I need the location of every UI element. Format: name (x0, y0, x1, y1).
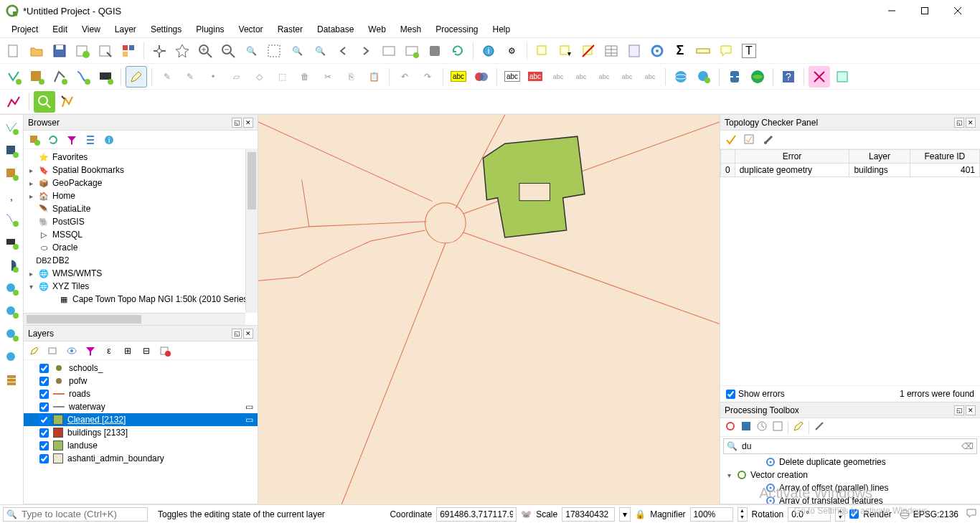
messages-button[interactable] (966, 507, 977, 521)
processing-tree[interactable]: Delete duplicate geometries▾Vector creat… (720, 456, 980, 504)
locator[interactable]: 🔍 (3, 507, 148, 522)
data-source-manager-button[interactable] (1, 370, 22, 390)
layers-style-button[interactable] (27, 343, 42, 359)
processing-undock-button[interactable]: ◱ (954, 405, 964, 415)
statistics-button[interactable]: Σ (669, 40, 691, 62)
browser-node[interactable]: ▷MSSQL (24, 228, 258, 241)
browser-node[interactable]: ▦Cape Town Topo Map NGI 1:50k (2010 Seri… (24, 293, 258, 306)
clear-search-icon[interactable]: ⌫ (961, 441, 974, 451)
magnifier-spinner[interactable]: ▲▼ (738, 507, 748, 522)
layers-expression-button[interactable]: ε (101, 343, 117, 359)
layer-visibility-checkbox[interactable] (39, 402, 49, 412)
processing-model-icon[interactable] (725, 420, 736, 434)
browser-node[interactable]: ⭐Favorites (24, 151, 258, 164)
topology-configure-button[interactable] (760, 132, 776, 148)
browser-node[interactable]: ▸🌐WMS/WMTS (24, 267, 258, 280)
zoom-layer-button[interactable]: 🔍 (309, 40, 331, 62)
select-value-button[interactable]: ▾ (555, 40, 576, 62)
layer-row[interactable]: ashanti_admin_boundary (24, 452, 258, 465)
browser-node[interactable]: ▾🌐XYZ Tiles (24, 280, 258, 293)
zoom-in-button[interactable] (194, 40, 216, 62)
layers-close-button[interactable]: ✕ (243, 329, 253, 339)
browser-panel-header[interactable]: Browser ◱ ✕ (24, 115, 258, 131)
metasearch-button[interactable] (747, 66, 768, 88)
add-raster-layer-button[interactable] (1, 141, 22, 161)
coord-input[interactable] (436, 507, 517, 522)
browser-node[interactable]: 🐘PostGIS (24, 215, 258, 228)
browser-collapse-button[interactable] (83, 132, 98, 148)
processing-node[interactable]: Delete duplicate geometries (720, 456, 980, 468)
layer-row[interactable]: landuse (24, 439, 258, 452)
browser-node[interactable]: ▸📦GeoPackage (24, 176, 258, 189)
new-map-view-button[interactable] (378, 40, 400, 62)
layers-filter-button[interactable] (83, 343, 98, 359)
topology-validate-extent-button[interactable] (742, 132, 758, 148)
browser-tree[interactable]: ⭐Favorites▸🔖Spatial Bookmarks▸📦GeoPackag… (24, 149, 258, 307)
browser-filter-button[interactable] (64, 132, 80, 148)
rotation-spinner[interactable]: ▲▼ (835, 507, 845, 522)
layer-visibility-checkbox[interactable] (39, 377, 49, 386)
add-virtual-button[interactable] (1, 232, 22, 253)
pan-button[interactable] (149, 40, 170, 62)
refresh-button[interactable] (447, 40, 468, 62)
menu-mesh[interactable]: Mesh (393, 23, 428, 36)
new-print-layout-button[interactable] (72, 40, 93, 62)
zoom-last-button[interactable] (332, 40, 354, 62)
vertex-check-button[interactable] (831, 66, 853, 88)
add-csv-layer-button[interactable]: , (1, 187, 22, 207)
new-geopackage-button[interactable] (26, 66, 47, 88)
layer-visibility-checkbox[interactable] (39, 441, 49, 451)
browser-properties-button[interactable]: i (101, 132, 117, 148)
python-console-button[interactable] (724, 66, 745, 88)
scale-dropdown[interactable]: ▾ (619, 507, 631, 522)
layers-undock-button[interactable]: ◱ (232, 329, 242, 339)
magnifier-input[interactable] (690, 507, 733, 522)
label-diagram-button[interactable] (471, 66, 492, 88)
menu-settings[interactable]: Settings (143, 23, 189, 36)
new-bookmark-button[interactable] (401, 40, 423, 62)
quickosm-button[interactable] (57, 91, 78, 113)
select-features-button[interactable] (532, 40, 553, 62)
locator-input[interactable] (20, 508, 144, 520)
new-spatialite-button[interactable] (72, 66, 93, 88)
processing-node[interactable]: Array of offset (parallel) lines (720, 481, 980, 494)
processing-node[interactable]: ▾Vector creation (720, 468, 980, 481)
layer-visibility-checkbox[interactable] (39, 428, 49, 438)
attribute-table-button[interactable] (600, 40, 622, 62)
close-window-button[interactable] (941, 0, 974, 22)
topology-col-fid[interactable]: Feature ID (910, 150, 979, 164)
layer-row[interactable]: schools_ (24, 362, 258, 374)
zoom-out-button[interactable] (217, 40, 239, 62)
layer-visibility-checkbox[interactable] (39, 454, 49, 463)
minimize-button[interactable] (875, 0, 908, 22)
browser-hscroll[interactable] (24, 313, 245, 325)
deselect-button[interactable] (578, 40, 599, 62)
topology-checker-button[interactable] (809, 66, 830, 88)
layers-expand-button[interactable]: ⊞ (120, 343, 136, 359)
field-calculator-button[interactable] (623, 40, 645, 62)
toggle-extents-icon[interactable]: 🐭 (521, 509, 532, 519)
label-button[interactable]: abc (448, 66, 469, 88)
scale-input[interactable] (562, 507, 615, 522)
topology-validate-all-button[interactable] (723, 132, 739, 148)
new-project-button[interactable] (3, 40, 24, 62)
processing-edit-icon[interactable] (793, 420, 804, 434)
layer-visibility-checkbox[interactable] (39, 415, 49, 425)
add-vector-button[interactable] (3, 66, 24, 88)
processing-python-icon[interactable] (740, 420, 752, 434)
processing-options-icon[interactable] (814, 420, 825, 434)
processing-search[interactable]: 🔍 ⌫ (723, 438, 977, 454)
layer-visibility-checkbox[interactable] (39, 390, 49, 399)
menu-web[interactable]: Web (361, 23, 392, 36)
menu-layer[interactable]: Layer (108, 23, 143, 36)
browser-undock-button[interactable]: ◱ (232, 118, 242, 128)
layers-add-group-button[interactable] (45, 343, 61, 359)
menu-database[interactable]: Database (310, 23, 361, 36)
topology-undock-button[interactable]: ◱ (954, 118, 964, 128)
action-button[interactable]: ⚙ (501, 40, 522, 62)
osm-place-search-button[interactable] (34, 91, 55, 113)
menu-edit[interactable]: Edit (45, 23, 75, 36)
show-errors-checkbox[interactable] (726, 390, 735, 399)
processing-history-icon[interactable] (756, 420, 768, 434)
menu-project[interactable]: Project (4, 23, 45, 36)
